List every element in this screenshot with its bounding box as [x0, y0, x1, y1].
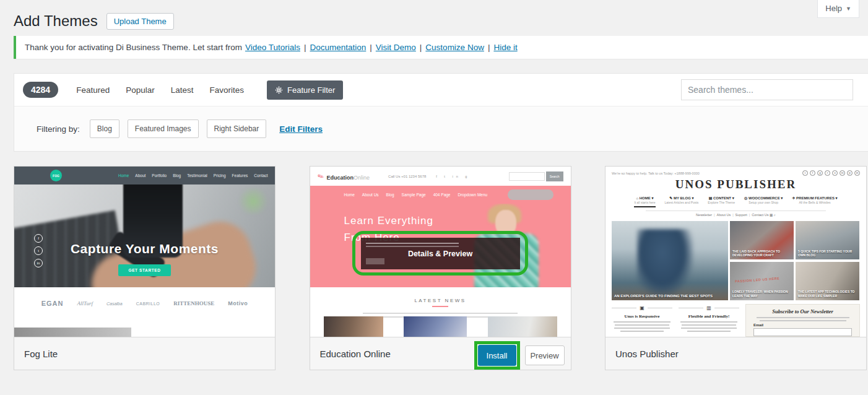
edu-nav-sample-page: Sample Page	[402, 193, 426, 197]
edu-latest-news-section: LATEST NEWS	[310, 287, 571, 337]
search-icon: ⌕	[774, 213, 776, 217]
fog-nav-features: Features	[232, 173, 248, 178]
theme-screenshot-unos-publisher[interactable]: We're so happy to help. Talk to us Today…	[605, 167, 866, 337]
news-thumbnail	[324, 316, 383, 337]
unos-nav-home: ⌂ HOME ▾ It all starts here	[634, 196, 655, 207]
edu-nav-home: Home	[344, 193, 355, 197]
unos-feature-flexible: ▥ Flexible and Friendly!	[679, 304, 739, 337]
unos-social-icons: t f g r x m p in	[802, 170, 860, 176]
edu-text-line	[363, 313, 518, 314]
unos-bottom-section: ▣ Unos is Responsive ▥ Flexible and Frie…	[612, 304, 860, 337]
tab-featured[interactable]: Featured	[76, 85, 110, 95]
grid-icon: ▤	[709, 196, 713, 200]
notice-link-hide-it[interactable]: Hide it	[493, 43, 517, 52]
theme-card-footer: Fog Lite	[14, 337, 275, 370]
unos-post-tiles: THE LAID BACK APPROACH TO DEVELOPING YOU…	[730, 221, 860, 300]
tab-popular[interactable]: Popular	[126, 85, 155, 95]
notice-link-visit-demo[interactable]: Visit Demo	[376, 43, 416, 52]
theme-card-footer: Unos Publisher	[605, 337, 866, 370]
theme-grid: f t in Capture Your Moments GET STARTED …	[14, 166, 867, 370]
social-icon: x	[832, 170, 838, 176]
preview-button[interactable]: Preview	[525, 345, 565, 365]
post-caption: LONELY TRAVELER: WHEN PASSION LEADS THE …	[732, 290, 791, 298]
pencil-icon: ✎	[669, 196, 672, 200]
help-menu[interactable]: Help ▼	[817, 0, 859, 18]
feature-filter-button[interactable]: Feature Filter	[267, 80, 343, 100]
fog-nav-testimonial: Testimonial	[187, 173, 207, 178]
theme-count-badge: 4284	[23, 82, 58, 98]
edu-brand-light: Online	[354, 175, 370, 181]
news-thumbnail	[404, 316, 467, 337]
theme-screenshot-education-online[interactable]: ✎ EducationOnline Call Us +01 1234 5678 …	[310, 167, 571, 337]
unos-newsletter-box: Subscribe to Our Newsletter Email	[745, 304, 860, 337]
shop-icon: ◎	[744, 196, 747, 200]
help-label: Help	[825, 4, 842, 13]
tab-favorites[interactable]: Favorites	[210, 85, 245, 95]
fog-footer-bar	[14, 328, 131, 337]
fog-nav-home: Home	[118, 173, 129, 178]
fog-nav-pricing: Pricing	[214, 173, 226, 178]
edu-social-icons: f t in g	[436, 175, 470, 178]
notice-link-documentation[interactable]: Documentation	[310, 43, 366, 52]
theme-name-fog-lite: Fog Lite	[24, 349, 58, 359]
facebook-icon: f	[810, 170, 815, 176]
caret-icon: ▾	[836, 196, 838, 200]
linkedin-icon: in	[34, 259, 43, 267]
notice-link-customize-now[interactable]: Customize Now	[425, 43, 484, 52]
monitor-icon: ▣	[640, 305, 644, 311]
post-tile: THE LAID BACK APPROACH TO DEVELOPING YOU…	[730, 221, 794, 259]
search-input[interactable]	[681, 79, 853, 100]
unos-nav-woocommerce: ◎ WOOCOMMERCE ▾ Setup your own Shop	[744, 196, 783, 207]
theme-screenshot-fog-lite[interactable]: f t in Capture Your Moments GET STARTED …	[14, 167, 275, 337]
rss-icon: r	[825, 170, 830, 176]
filter-bar: 4284 Featured Popular Latest Favorites F…	[14, 74, 868, 106]
caret-icon: ▾	[692, 196, 694, 200]
unos-topbar-text: We're so happy to help. Talk to us Today…	[612, 171, 700, 175]
unos-featured-post: AN EXPLORER'S GUIDE TO FINDING THE BEST …	[612, 221, 728, 300]
newsletter-title: Subscribe to Our Newsletter	[753, 308, 852, 315]
separator: |	[370, 43, 372, 52]
edu-search-box	[509, 172, 545, 181]
filter-tag-right-sidebar[interactable]: Right Sidebar	[207, 119, 267, 138]
unos-secondary-nav: Newsletter|About Us|Support|Contact Us ▦…	[605, 213, 866, 217]
fog-nav-contact: Contact	[254, 173, 267, 178]
edu-brand: EducationOnline	[327, 171, 370, 182]
page-title: Add Themes	[14, 12, 98, 30]
edu-search-button: Search	[546, 171, 563, 181]
post-caption: 5 QUICK TIPS FOR STARTING YOUR OWN BLOG	[798, 250, 857, 258]
newsletter-email-input	[753, 328, 852, 336]
edu-news-title: LATEST NEWS	[310, 298, 571, 303]
activation-notice: Thank you for activating Di Business The…	[14, 36, 868, 59]
unos-site-title: UNOS PUBLISHER	[605, 178, 866, 191]
annotation-highlight-details-preview	[352, 231, 528, 276]
fog-hero-title: Capture Your Moments	[14, 241, 275, 256]
fog-nav-links: Home About Portfolio Blog Testimonial Pr…	[118, 167, 268, 184]
edit-filters-link[interactable]: Edit Filters	[279, 124, 323, 134]
pinterest-icon: p	[847, 170, 853, 176]
filter-tag-blog[interactable]: Blog	[90, 119, 119, 138]
unos-topbar: We're so happy to help. Talk to us Today…	[612, 170, 860, 176]
plane-icon: ✈	[792, 196, 795, 200]
post-caption: THE LAID BACK APPROACH TO DEVELOPING YOU…	[732, 250, 791, 258]
fog-nav-about: About	[135, 173, 145, 178]
post-caption: THE LATEST APP TECHNOLOGIES TO MAKE OUR …	[798, 290, 857, 298]
client-logo-motivo: Motivo	[228, 300, 248, 306]
install-button[interactable]: Install	[478, 345, 516, 366]
separator: |	[304, 43, 306, 52]
edu-phone: Call Us +01 1234 5678	[388, 175, 426, 178]
caret-icon: ▾	[732, 196, 734, 200]
post-tile: THE LATEST APP TECHNOLOGIES TO MAKE OUR …	[796, 262, 859, 300]
edu-nav-about: About Us	[362, 193, 379, 197]
upload-theme-button[interactable]: Upload Theme	[106, 13, 174, 30]
theme-card-footer: Education Online Install Preview	[310, 337, 571, 370]
unos-subnav-support: Support	[736, 213, 747, 217]
notice-link-video-tutorials[interactable]: Video Tutorials	[245, 43, 300, 52]
theme-name-unos-publisher: Unos Publisher	[615, 349, 679, 359]
tab-latest[interactable]: Latest	[171, 85, 194, 95]
newsletter-email-label: Email	[753, 323, 852, 327]
post-tile: 5 QUICK TIPS FOR STARTING YOUR OWN BLOG	[796, 221, 859, 259]
unos-subnav-newsletter: Newsletter	[696, 213, 712, 217]
edu-navbar: Home About Us Blog Sample Page 404 Page …	[310, 186, 571, 204]
client-logo-casalba: Casalba	[106, 302, 123, 306]
filter-tag-featured-images[interactable]: Featured Images	[128, 119, 199, 138]
